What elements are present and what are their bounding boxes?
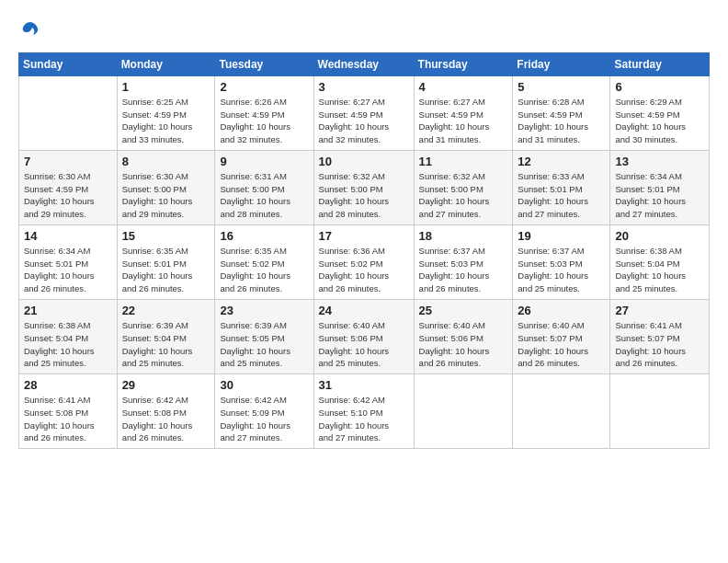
day-number: 9	[220, 155, 308, 168]
calendar-cell: 27Sunrise: 6:41 AM Sunset: 5:07 PM Dayli…	[610, 299, 710, 373]
day-number: 13	[615, 155, 704, 168]
calendar-cell: 9Sunrise: 6:31 AM Sunset: 5:00 PM Daylig…	[215, 150, 313, 224]
day-number: 28	[24, 378, 112, 392]
calendar-cell: 20Sunrise: 6:38 AM Sunset: 5:04 PM Dayli…	[610, 224, 710, 299]
day-info: Sunrise: 6:36 AM Sunset: 5:02 PM Dayligh…	[319, 245, 409, 295]
day-info: Sunrise: 6:30 AM Sunset: 4:59 PM Dayligh…	[24, 170, 112, 221]
day-info: Sunrise: 6:37 AM Sunset: 5:03 PM Dayligh…	[518, 245, 605, 295]
day-info: Sunrise: 6:25 AM Sunset: 4:59 PM Dayligh…	[122, 96, 210, 146]
page: SundayMondayTuesdayWednesdayThursdayFrid…	[0, 0, 728, 563]
day-info: Sunrise: 6:32 AM Sunset: 5:00 PM Dayligh…	[319, 170, 409, 221]
day-info: Sunrise: 6:42 AM Sunset: 5:09 PM Dayligh…	[220, 394, 308, 444]
weekday-header-thursday: Thursday	[414, 52, 513, 75]
day-number: 7	[24, 155, 112, 168]
day-number: 21	[24, 304, 112, 317]
calendar-cell: 12Sunrise: 6:33 AM Sunset: 5:01 PM Dayli…	[513, 150, 610, 224]
weekday-header-friday: Friday	[513, 52, 610, 75]
day-info: Sunrise: 6:32 AM Sunset: 5:00 PM Dayligh…	[419, 170, 508, 221]
calendar-cell: 11Sunrise: 6:32 AM Sunset: 5:00 PM Dayli…	[414, 150, 513, 224]
calendar-cell: 19Sunrise: 6:37 AM Sunset: 5:03 PM Dayli…	[513, 224, 610, 299]
week-row-1: 7Sunrise: 6:30 AM Sunset: 4:59 PM Daylig…	[19, 150, 710, 224]
day-info: Sunrise: 6:42 AM Sunset: 5:08 PM Dayligh…	[122, 394, 210, 444]
day-number: 14	[24, 229, 112, 243]
calendar-cell: 2Sunrise: 6:26 AM Sunset: 4:59 PM Daylig…	[215, 75, 313, 150]
day-info: Sunrise: 6:33 AM Sunset: 5:01 PM Dayligh…	[518, 170, 605, 221]
day-number: 22	[122, 304, 210, 317]
day-info: Sunrise: 6:34 AM Sunset: 5:01 PM Dayligh…	[615, 170, 704, 221]
calendar-cell: 24Sunrise: 6:40 AM Sunset: 5:06 PM Dayli…	[313, 299, 414, 373]
day-number: 15	[122, 229, 210, 243]
day-number: 26	[518, 304, 605, 317]
calendar-cell: 28Sunrise: 6:41 AM Sunset: 5:08 PM Dayli…	[19, 374, 118, 449]
day-number: 2	[220, 80, 308, 94]
day-info: Sunrise: 6:39 AM Sunset: 5:04 PM Dayligh…	[122, 319, 210, 370]
day-number: 11	[419, 155, 508, 168]
day-info: Sunrise: 6:28 AM Sunset: 4:59 PM Dayligh…	[518, 96, 605, 146]
day-info: Sunrise: 6:35 AM Sunset: 5:01 PM Dayligh…	[122, 245, 210, 295]
calendar-cell: 7Sunrise: 6:30 AM Sunset: 4:59 PM Daylig…	[19, 150, 118, 224]
day-number: 27	[615, 304, 704, 317]
calendar-cell: 8Sunrise: 6:30 AM Sunset: 5:00 PM Daylig…	[117, 150, 215, 224]
calendar-cell	[19, 75, 118, 150]
calendar-cell	[513, 374, 610, 449]
calendar-cell: 14Sunrise: 6:34 AM Sunset: 5:01 PM Dayli…	[19, 224, 118, 299]
calendar-cell: 6Sunrise: 6:29 AM Sunset: 4:59 PM Daylig…	[610, 75, 710, 150]
day-number: 25	[419, 304, 508, 317]
day-number: 12	[518, 155, 605, 168]
day-info: Sunrise: 6:37 AM Sunset: 5:03 PM Dayligh…	[419, 245, 508, 295]
day-info: Sunrise: 6:27 AM Sunset: 4:59 PM Dayligh…	[319, 96, 409, 146]
calendar-cell: 4Sunrise: 6:27 AM Sunset: 4:59 PM Daylig…	[414, 75, 513, 150]
weekday-header-wednesday: Wednesday	[313, 52, 414, 75]
calendar: SundayMondayTuesdayWednesdayThursdayFrid…	[18, 52, 710, 449]
weekday-header-monday: Monday	[117, 52, 215, 75]
day-info: Sunrise: 6:27 AM Sunset: 4:59 PM Dayligh…	[419, 96, 508, 146]
calendar-cell: 1Sunrise: 6:25 AM Sunset: 4:59 PM Daylig…	[117, 75, 215, 150]
day-number: 4	[419, 80, 508, 94]
day-number: 1	[122, 80, 210, 94]
calendar-cell	[414, 374, 513, 449]
calendar-cell: 13Sunrise: 6:34 AM Sunset: 5:01 PM Dayli…	[610, 150, 710, 224]
calendar-cell: 5Sunrise: 6:28 AM Sunset: 4:59 PM Daylig…	[513, 75, 610, 150]
calendar-cell: 25Sunrise: 6:40 AM Sunset: 5:06 PM Dayli…	[414, 299, 513, 373]
day-number: 6	[615, 80, 704, 94]
calendar-cell: 26Sunrise: 6:40 AM Sunset: 5:07 PM Dayli…	[513, 299, 610, 373]
week-row-3: 21Sunrise: 6:38 AM Sunset: 5:04 PM Dayli…	[19, 299, 710, 373]
day-info: Sunrise: 6:40 AM Sunset: 5:07 PM Dayligh…	[518, 319, 605, 370]
day-number: 17	[319, 229, 409, 243]
day-info: Sunrise: 6:40 AM Sunset: 5:06 PM Dayligh…	[319, 319, 409, 370]
day-number: 8	[122, 155, 210, 168]
day-number: 23	[220, 304, 308, 317]
day-number: 3	[319, 80, 409, 94]
day-info: Sunrise: 6:31 AM Sunset: 5:00 PM Dayligh…	[220, 170, 308, 221]
day-number: 5	[518, 80, 605, 94]
calendar-cell: 18Sunrise: 6:37 AM Sunset: 5:03 PM Dayli…	[414, 224, 513, 299]
weekday-header-saturday: Saturday	[610, 52, 710, 75]
day-info: Sunrise: 6:41 AM Sunset: 5:07 PM Dayligh…	[615, 319, 704, 370]
day-number: 18	[419, 229, 508, 243]
day-info: Sunrise: 6:42 AM Sunset: 5:10 PM Dayligh…	[319, 394, 409, 444]
weekday-header-row: SundayMondayTuesdayWednesdayThursdayFrid…	[19, 52, 710, 75]
calendar-cell: 17Sunrise: 6:36 AM Sunset: 5:02 PM Dayli…	[313, 224, 414, 299]
calendar-cell: 15Sunrise: 6:35 AM Sunset: 5:01 PM Dayli…	[117, 224, 215, 299]
logo	[18, 20, 40, 45]
calendar-cell: 23Sunrise: 6:39 AM Sunset: 5:05 PM Dayli…	[215, 299, 313, 373]
day-info: Sunrise: 6:41 AM Sunset: 5:08 PM Dayligh…	[24, 394, 112, 444]
calendar-cell: 16Sunrise: 6:35 AM Sunset: 5:02 PM Dayli…	[215, 224, 313, 299]
calendar-cell: 21Sunrise: 6:38 AM Sunset: 5:04 PM Dayli…	[19, 299, 118, 373]
calendar-cell: 30Sunrise: 6:42 AM Sunset: 5:09 PM Dayli…	[215, 374, 313, 449]
day-number: 31	[319, 378, 409, 392]
weekday-header-tuesday: Tuesday	[215, 52, 313, 75]
logo-bird-icon	[20, 20, 40, 40]
day-info: Sunrise: 6:30 AM Sunset: 5:00 PM Dayligh…	[122, 170, 210, 221]
calendar-cell: 3Sunrise: 6:27 AM Sunset: 4:59 PM Daylig…	[313, 75, 414, 150]
day-info: Sunrise: 6:34 AM Sunset: 5:01 PM Dayligh…	[24, 245, 112, 295]
day-number: 10	[319, 155, 409, 168]
calendar-cell: 31Sunrise: 6:42 AM Sunset: 5:10 PM Dayli…	[313, 374, 414, 449]
day-number: 24	[319, 304, 409, 317]
day-number: 20	[615, 229, 704, 243]
day-info: Sunrise: 6:40 AM Sunset: 5:06 PM Dayligh…	[419, 319, 508, 370]
day-number: 30	[220, 378, 308, 392]
weekday-header-sunday: Sunday	[19, 52, 118, 75]
week-row-2: 14Sunrise: 6:34 AM Sunset: 5:01 PM Dayli…	[19, 224, 710, 299]
day-info: Sunrise: 6:38 AM Sunset: 5:04 PM Dayligh…	[615, 245, 704, 295]
